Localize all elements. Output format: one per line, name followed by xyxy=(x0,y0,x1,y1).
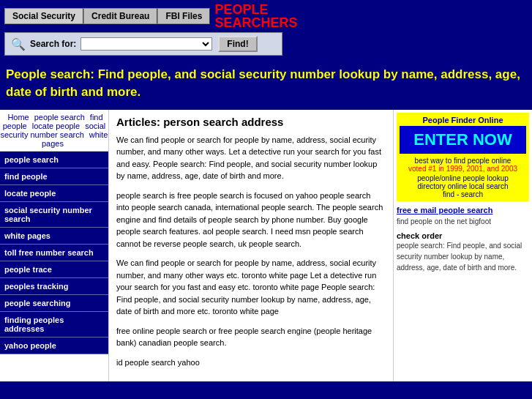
nav-item-3[interactable]: locate people xyxy=(32,122,80,130)
check-order-label[interactable]: check order xyxy=(397,231,529,240)
article-para-4: id people search yahoo xyxy=(116,357,386,369)
people-finder-label: People Finder Online xyxy=(400,116,526,124)
finder-links-2: directory online local search xyxy=(400,182,526,190)
sidebar-nav: people search find people locate people … xyxy=(0,152,108,354)
article-title: Articles: person search address xyxy=(116,116,386,128)
nav-item-1[interactable]: people search xyxy=(34,113,85,122)
header: Social Security Credit Bureau FBI Files … xyxy=(0,0,532,59)
brand-line2: SEARCHERS xyxy=(214,16,297,29)
sidebar-item-peoples-tracking[interactable]: peoples tracking xyxy=(0,278,108,295)
search-icon: 🔍 xyxy=(11,37,26,51)
search-input[interactable] xyxy=(80,37,212,51)
top-nav: Homepeople searchfind peoplelocate peopl… xyxy=(0,110,108,152)
nav-item-0[interactable]: Home xyxy=(7,113,29,122)
main-article: Articles: person search address We can f… xyxy=(108,110,393,382)
free-email-link[interactable]: free e mail people search xyxy=(397,206,529,215)
sidebar-item-people-trace[interactable]: people trace xyxy=(0,261,108,278)
sidebar: Homepeople searchfind peoplelocate peopl… xyxy=(0,110,108,382)
bigfoot-desc: find people on the net bigfoot xyxy=(397,217,491,225)
sidebar-item-people-searching[interactable]: people searching xyxy=(0,295,108,312)
search-button[interactable]: Find! xyxy=(218,36,257,52)
article-para-0: We can find people or search for people … xyxy=(116,134,386,182)
content-area: Homepeople searchfind peoplelocate peopl… xyxy=(0,110,532,382)
article-para-2: We can find people or search for people … xyxy=(116,257,386,318)
check-order-desc: people search: Find people, and social s… xyxy=(397,242,522,272)
sidebar-item-yahoo-people[interactable]: yahoo people xyxy=(0,338,108,354)
sidebar-item-locate-people[interactable]: locate people xyxy=(0,185,108,202)
sidebar-item-people-search[interactable]: people search xyxy=(0,152,108,168)
sidebar-item-ssn-search[interactable]: social security number search xyxy=(0,202,108,228)
nav-tabs: Social Security Credit Bureau FBI Files … xyxy=(4,3,528,29)
hero-title: People search: Find people, and social s… xyxy=(6,66,526,101)
article-para-1: people search is free people search is f… xyxy=(116,190,386,250)
article-para-3: free online people search or free people… xyxy=(116,325,386,349)
best-way-text: best way to find people online xyxy=(400,157,526,165)
sidebar-item-toll-free[interactable]: toll free number search xyxy=(0,245,108,261)
brand-line1: PEOPLE xyxy=(214,3,297,16)
tab-fbi-files[interactable]: FBI Files xyxy=(157,8,210,24)
hero-section: People search: Find people, and social s… xyxy=(0,59,532,110)
right-sidebar: People Finder Online ENTER NOW best way … xyxy=(393,110,532,382)
voted-text: voted #1 in 1999, 2001, and 2003 xyxy=(400,165,526,173)
people-finder-links: people/online people lookup xyxy=(400,174,526,182)
tab-credit-bureau[interactable]: Credit Bureau xyxy=(83,8,157,24)
tab-social-security[interactable]: Social Security xyxy=(4,8,83,24)
search-bar: 🔍 Search for: Find! xyxy=(4,32,282,56)
sidebar-item-find-people[interactable]: find people xyxy=(0,168,108,185)
brand-logo: PEOPLE SEARCHERS xyxy=(214,3,297,29)
sidebar-item-finding-peoples-addresses[interactable]: finding peoples addresses xyxy=(0,312,108,338)
finder-links-3: find - search xyxy=(400,190,526,198)
search-label: Search for: xyxy=(30,39,76,49)
sidebar-item-white-pages[interactable]: white pages xyxy=(0,228,108,245)
people-finder-box: People Finder Online ENTER NOW best way … xyxy=(397,113,529,201)
enter-now-button[interactable]: ENTER NOW xyxy=(400,126,526,154)
